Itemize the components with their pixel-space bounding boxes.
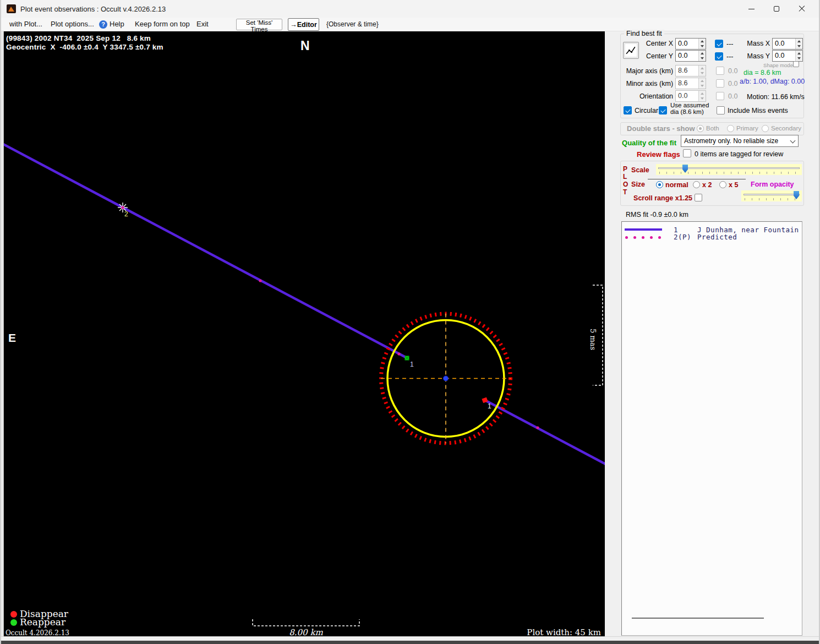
app-icon [7, 4, 16, 13]
double-stars-both-radio[interactable] [697, 125, 704, 132]
quality-value: Astrometry only. No reliable size [684, 137, 778, 145]
spin-up-icon[interactable] [699, 39, 706, 44]
include-miss-label: Include Miss events [728, 107, 788, 114]
shape-model-checkbox[interactable] [793, 61, 799, 67]
spin-down-icon[interactable] [796, 44, 802, 50]
scroll-range-checkbox[interactable] [695, 194, 702, 201]
orientation-checkbox[interactable] [716, 92, 724, 100]
mass-x-value: 0.0 [773, 39, 795, 49]
maximize-button[interactable] [764, 0, 789, 18]
slider-ticks [659, 172, 799, 174]
mass-x-spinner[interactable]: 0.0 [772, 38, 803, 50]
size-x2-radio[interactable] [693, 181, 700, 188]
east-label: E [8, 331, 16, 345]
spin-down-icon[interactable] [796, 56, 802, 62]
center-y-label: Center Y [627, 52, 673, 60]
form-opacity-label: Form opacity [751, 181, 794, 188]
size-x2-label: x 2 [702, 181, 712, 189]
fit-center-y-checkbox[interactable] [715, 52, 723, 61]
spin-down-icon[interactable] [699, 44, 706, 50]
close-button[interactable] [789, 0, 814, 18]
menu-with-plot[interactable]: with Plot... [9, 20, 42, 28]
scale-bar-bracket [253, 619, 359, 626]
use-assumed-checkbox[interactable] [659, 106, 667, 114]
scale-label: Scale [631, 166, 649, 174]
plot-header-geocentric: Geocentric X -406.0 ±0.4 Y 3347.5 ±0.7 k… [6, 43, 163, 51]
review-flags-label: Review flags [637, 150, 680, 159]
center-x-label: Center X [627, 40, 673, 47]
include-miss-checkbox[interactable] [717, 106, 725, 114]
chord-list-row-2[interactable]: 2(P) Predicted [622, 233, 802, 240]
spin-up-icon[interactable] [699, 51, 706, 56]
menu-keep-on-top[interactable]: Keep form on top [135, 20, 190, 28]
review-flags-text: 0 items are tagged for review [695, 150, 783, 158]
editor-button[interactable]: →Editor [288, 18, 319, 31]
plot-area[interactable]: (99843) 2002 NT34 2025 Sep 12 8.6 km Geo… [4, 31, 605, 636]
set-miss-times-button[interactable]: Set 'Miss' Times [236, 19, 282, 30]
minimize-button[interactable] [739, 0, 764, 18]
scale-slider[interactable] [656, 164, 802, 175]
chord-list-row-1[interactable]: 1 J Dunham, near Fountain [622, 226, 802, 233]
spin-up-icon[interactable] [796, 51, 802, 56]
chord-list[interactable]: 1 J Dunham, near Fountain 2(P) Predicted [621, 221, 802, 636]
reappear-marker-label: 1 [410, 361, 414, 368]
form-opacity-slider[interactable] [741, 190, 802, 201]
taskbar-edge [1, 641, 819, 644]
mass-y-label: Mass Y [742, 52, 770, 60]
chord-line-segment-pre[interactable] [4, 144, 407, 358]
minor-axis-value: 8.6 [676, 78, 698, 89]
center-x-spinner[interactable]: 0.0 [675, 38, 706, 50]
dia-label: dia = 8.6 km [744, 69, 781, 77]
minor-axis-aux: 0.0 [728, 80, 737, 88]
menu-plot-options[interactable]: Plot options... [51, 20, 94, 28]
size-x5-label: x 5 [729, 181, 738, 189]
major-axis-checkbox[interactable] [716, 67, 724, 75]
help-icon: ? [99, 20, 107, 29]
center-dot[interactable] [443, 376, 448, 381]
size-x5-radio[interactable] [719, 181, 726, 188]
double-stars-primary-radio[interactable] [727, 125, 734, 132]
plot-letter-t: T [623, 188, 627, 196]
size-normal-radio[interactable] [656, 181, 663, 188]
scale-bar-label: 8.00 km [253, 627, 359, 637]
disappear-legend-dot [10, 611, 17, 618]
chord-line-segment-post[interactable] [485, 400, 605, 464]
double-stars-both-label: Both [706, 125, 719, 132]
center-y-spinner[interactable]: 0.0 [675, 50, 706, 62]
plot-width-label: Plot width: 45 km [516, 627, 601, 637]
orientation-aux: 0.0 [728, 92, 737, 100]
spin-down-icon[interactable] [699, 56, 706, 62]
shape-model-label: Shape model [763, 62, 794, 68]
review-flags-checkbox[interactable] [683, 149, 691, 157]
double-stars-title: Double stars - show [627, 124, 695, 133]
fit-center-x-checkbox[interactable] [715, 40, 723, 48]
rms-fit-label: RMS fit -0.9 ±0.0 km [626, 211, 688, 219]
predicted-dot [259, 279, 261, 282]
north-label: N [300, 39, 310, 53]
predicted-dot [536, 426, 539, 429]
menu-exit[interactable]: Exit [196, 20, 209, 28]
center-y-dash: --- [726, 53, 734, 61]
menu-help[interactable]: Help [110, 20, 124, 28]
reappear-marker[interactable] [404, 356, 409, 361]
minor-axis-label: Minor axis (km) [617, 80, 673, 88]
motion-label: Motion: 11.66 km/s [747, 93, 805, 101]
circular-checkbox[interactable] [624, 106, 632, 114]
menu-bar: with Plot... Plot options... ? Help Keep… [1, 18, 819, 31]
use-assumed-line2: dia (8.6 km) [670, 109, 709, 116]
quality-dropdown[interactable]: Astrometry only. No reliable size [681, 135, 799, 147]
reappear-legend-label: Reappear [20, 616, 65, 627]
size-normal-label: normal [665, 181, 688, 189]
center-x-dash: --- [726, 40, 734, 48]
observer-time-label: {Observer & time} [326, 20, 379, 28]
mass-y-spinner[interactable]: 0.0 [772, 50, 803, 62]
list-separator-line [632, 618, 764, 619]
double-stars-secondary-radio[interactable] [762, 125, 769, 132]
slider-groove [744, 194, 800, 195]
minor-axis-checkbox[interactable] [716, 79, 724, 88]
predicted-star-center [121, 206, 124, 209]
find-best-fit-title: Find best fit [624, 30, 664, 37]
orientation-label: Orientation [617, 92, 673, 100]
control-panel: Find best fit Center X 0.0 --- Mass X 0.… [605, 31, 819, 636]
spin-up-icon[interactable] [796, 39, 802, 44]
